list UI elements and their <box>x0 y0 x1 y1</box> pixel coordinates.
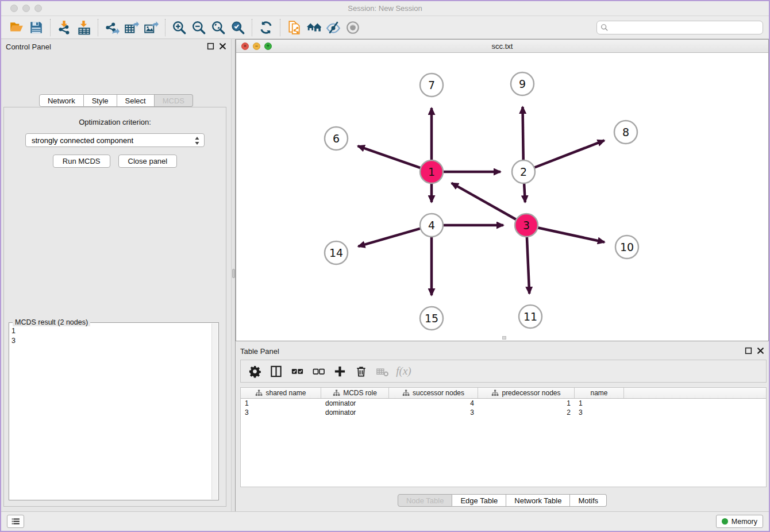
tab-mcds[interactable]: MCDS <box>155 94 193 107</box>
node-7[interactable]: 7 <box>420 74 443 97</box>
import-network-button[interactable] <box>55 18 74 37</box>
settings-button[interactable] <box>244 362 265 380</box>
node-3[interactable]: 3 <box>515 214 538 237</box>
tab-label: Edge Table <box>460 496 498 505</box>
edge-2-3[interactable] <box>524 183 525 202</box>
node-8[interactable]: 8 <box>614 121 637 144</box>
network-view[interactable]: 7968124314101511 <box>236 53 768 341</box>
table-cell[interactable]: 4 <box>389 399 478 408</box>
memory-button[interactable]: Memory <box>716 515 763 528</box>
format-columns-button[interactable] <box>265 362 287 380</box>
save-session-icon <box>29 20 44 35</box>
float-panel-icon[interactable] <box>207 43 214 50</box>
import-table-button[interactable] <box>74 18 94 37</box>
node-6[interactable]: 6 <box>325 127 348 150</box>
table-body: 1dominator4113dominator323 <box>241 399 766 417</box>
refresh-button[interactable] <box>256 18 276 37</box>
column-header-name[interactable]: name <box>575 388 624 398</box>
panel-splitter[interactable] <box>231 39 236 511</box>
home-button[interactable] <box>304 18 324 37</box>
node-9[interactable]: 9 <box>511 72 534 95</box>
tab-label: Style <box>92 97 109 105</box>
close-panel-button[interactable]: Close panel <box>118 155 178 168</box>
edge-4-14[interactable] <box>358 229 420 246</box>
tab-label: Network Table <box>514 496 561 505</box>
add-button[interactable] <box>329 362 351 380</box>
edge-3-1[interactable] <box>452 183 517 220</box>
column-header-shared-name[interactable]: shared name <box>241 388 321 398</box>
settings-icon <box>248 365 261 378</box>
mcds-result-list[interactable]: 1 3 <box>11 326 210 498</box>
edge-3-11[interactable] <box>527 237 529 294</box>
search-icon <box>600 24 609 32</box>
table-cell[interactable]: 2 <box>478 408 575 417</box>
table-tab-motifs[interactable]: Motifs <box>570 494 607 507</box>
table-cell[interactable]: dominator <box>321 408 389 417</box>
chevron-up-down-icon <box>194 136 200 145</box>
edge-2-9[interactable] <box>523 107 523 160</box>
table-cell[interactable]: dominator <box>321 399 389 408</box>
export-network-button[interactable] <box>102 18 122 37</box>
close-table-panel-icon[interactable] <box>757 347 764 354</box>
zoom-fit-button[interactable] <box>209 18 228 37</box>
select-all-button[interactable] <box>287 362 308 380</box>
svg-text:10: 10 <box>620 241 634 253</box>
node-table[interactable]: shared nameMCDS rolesuccessor nodesprede… <box>240 387 767 487</box>
table-cell[interactable]: 3 <box>241 408 321 417</box>
node-14[interactable]: 14 <box>325 241 348 264</box>
node-2[interactable]: 2 <box>512 160 535 183</box>
toolbar-separator <box>252 19 252 36</box>
svg-text:7: 7 <box>428 79 435 91</box>
save-session-button[interactable] <box>26 18 46 37</box>
unselect-all-button[interactable] <box>308 362 329 380</box>
table-cell[interactable]: 1 <box>241 399 321 408</box>
table-cell[interactable]: 1 <box>575 399 624 408</box>
edge-3-10[interactable] <box>538 228 605 242</box>
table-tab-network-table[interactable]: Network Table <box>506 494 570 507</box>
hide-graphics-details-button[interactable] <box>324 18 343 37</box>
clone-network-button[interactable] <box>284 18 304 37</box>
table-tab-node-table[interactable]: Node Table <box>398 494 453 507</box>
tab-select[interactable]: Select <box>117 94 155 107</box>
column-header-successor-nodes[interactable]: successor nodes <box>389 388 478 398</box>
edge-2-8[interactable] <box>534 140 605 167</box>
network-graph[interactable]: 7968124314101511 <box>236 53 768 341</box>
search-input[interactable] <box>596 21 763 34</box>
column-label: shared name <box>265 389 306 397</box>
node-1[interactable]: 1 <box>420 160 443 183</box>
birds-eye-view-button[interactable] <box>343 18 363 37</box>
task-history-button[interactable] <box>7 515 24 528</box>
node-10[interactable]: 10 <box>615 236 638 259</box>
table-row[interactable]: 3dominator323 <box>241 408 766 417</box>
float-table-panel-icon[interactable] <box>745 347 752 354</box>
close-panel-icon[interactable] <box>219 43 226 50</box>
svg-text:2: 2 <box>520 165 527 178</box>
zoom-in-button[interactable] <box>170 18 189 37</box>
table-cell[interactable]: 3 <box>575 408 624 417</box>
edge-1-6[interactable] <box>358 146 421 168</box>
export-table-button[interactable] <box>122 18 141 37</box>
tab-network[interactable]: Network <box>39 94 84 107</box>
table-cell[interactable]: 3 <box>389 408 478 417</box>
open-session-button[interactable] <box>7 18 26 37</box>
network-resize-handle[interactable] <box>502 336 506 340</box>
criterion-value: strongly connected component <box>32 136 133 145</box>
run-mcds-button[interactable]: Run MCDS <box>53 155 110 168</box>
table-row[interactable]: 1dominator411 <box>241 399 766 408</box>
column-header-predecessor-nodes[interactable]: predecessor nodes <box>478 388 575 398</box>
result-scrollbar[interactable] <box>211 323 218 499</box>
tab-style[interactable]: Style <box>84 94 117 107</box>
node-4[interactable]: 4 <box>420 214 443 237</box>
splitter-handle[interactable] <box>232 269 235 278</box>
criterion-dropdown[interactable]: strongly connected component <box>25 133 205 147</box>
export-image-button[interactable] <box>141 18 161 37</box>
table-toolbar: f(x) <box>240 360 767 383</box>
column-header-MCDS-role[interactable]: MCDS role <box>321 388 389 398</box>
delete-button[interactable] <box>351 362 372 380</box>
zoom-selected-button[interactable] <box>228 18 248 37</box>
node-15[interactable]: 15 <box>420 307 443 330</box>
table-tab-edge-table[interactable]: Edge Table <box>452 494 506 507</box>
node-11[interactable]: 11 <box>519 305 542 328</box>
zoom-out-button[interactable] <box>189 18 209 37</box>
table-cell[interactable]: 1 <box>478 399 575 408</box>
